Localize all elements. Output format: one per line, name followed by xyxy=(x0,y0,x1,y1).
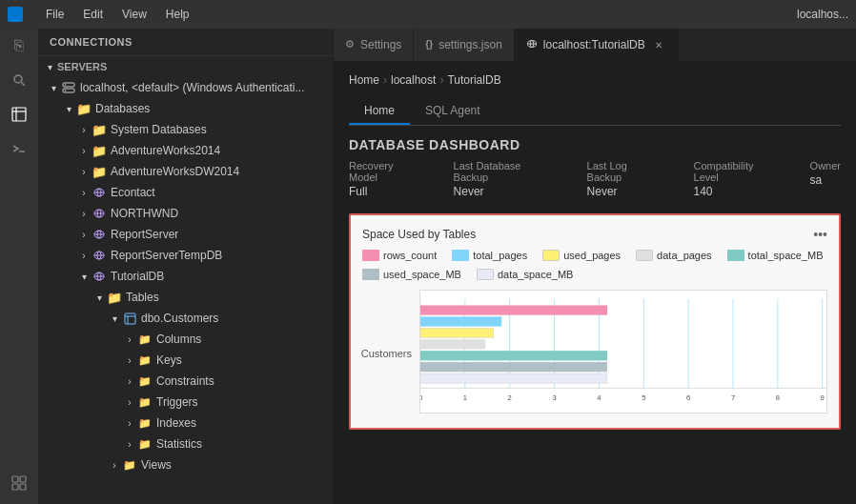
customers-label: dbo.Customers xyxy=(141,312,218,325)
columns-folder-icon: 📁 xyxy=(137,332,153,347)
page-tab-sqlagent[interactable]: SQL Agent xyxy=(410,98,496,125)
db7-label: TutorialDB xyxy=(111,270,164,283)
table-customers[interactable]: ▾ dbo.Customers xyxy=(38,308,333,329)
tab-settings-json[interactable]: {} settings.json xyxy=(414,29,515,61)
views-item[interactable]: › 📁 Views xyxy=(38,454,333,475)
db-backup-label: Last Database Backup xyxy=(454,160,557,183)
system-db-icon: 📁 xyxy=(92,122,107,137)
svg-text:8: 8 xyxy=(776,393,780,402)
db3-label: Econtact xyxy=(111,186,155,199)
servers-label: SERVERS xyxy=(57,61,107,72)
system-databases-item[interactable]: › 📁 System Databases xyxy=(38,119,333,140)
db4-label: NORTHWND xyxy=(111,207,178,220)
awdw2014-chevron: › xyxy=(76,164,92,179)
rs-chevron: › xyxy=(76,227,92,242)
chart-svg: 0 1 2 3 4 5 6 7 8 9 xyxy=(419,290,827,413)
indexes-item[interactable]: › 📁 Indexes xyxy=(38,413,333,433)
breadcrumb-tutorialdb[interactable]: TutorialDB xyxy=(447,73,500,87)
compat-label: Compatibility Level xyxy=(694,160,780,183)
chart-container: Space Used by Tables ••• rows_count tota… xyxy=(349,213,841,430)
legend-rows-count: rows_count xyxy=(362,250,437,261)
svg-rect-46 xyxy=(420,316,501,326)
tab-bar: ⚙ Settings {} settings.json localhost:Tu… xyxy=(334,29,856,62)
db-reportservertempdb[interactable]: › ReportServerTempDB xyxy=(38,245,333,266)
sidebar-header: CONNECTIONS xyxy=(38,29,333,56)
legend-total-pages: total_pages xyxy=(452,250,527,261)
db-backup-value: Never xyxy=(454,185,557,198)
chart-plot: 0 1 2 3 4 5 6 7 8 9 xyxy=(419,290,827,416)
connections-icon[interactable] xyxy=(6,101,32,128)
db-northwnd[interactable]: › NORTHWND xyxy=(38,203,333,224)
db-icon: 📁 xyxy=(92,143,107,158)
menubar: File Edit View Help localhos... xyxy=(0,0,856,29)
db2-label: AdventureWorksDW2014 xyxy=(111,165,239,178)
dbdw-icon: 📁 xyxy=(92,164,107,179)
menu-view[interactable]: View xyxy=(114,6,154,23)
triggers-item[interactable]: › 📁 Triggers xyxy=(38,392,333,413)
json-tab-icon: {} xyxy=(425,39,433,50)
chart-legend: rows_count total_pages used_pages data_p… xyxy=(362,250,827,280)
tab-settings[interactable]: ⚙ Settings xyxy=(334,29,414,61)
info-compat: Compatibility Level 140 xyxy=(694,160,780,198)
columns-item[interactable]: › 📁 Columns xyxy=(38,329,333,350)
tutorialdb-tab-label: localhost:TutorialDB xyxy=(543,38,645,51)
server-chevron: ▾ xyxy=(46,80,61,95)
triggers-label: Triggers xyxy=(156,395,198,409)
legend-label-data-space: data_space_MB xyxy=(498,269,574,280)
statistics-label: Statistics xyxy=(156,437,202,451)
servers-section[interactable]: ▾ SERVERS xyxy=(38,56,333,77)
breadcrumb-home[interactable]: Home xyxy=(349,73,379,87)
views-folder-icon: 📁 xyxy=(122,457,137,473)
svg-text:6: 6 xyxy=(686,393,690,402)
svg-text:1: 1 xyxy=(463,393,467,402)
tab-tutorialdb[interactable]: localhost:TutorialDB ✕ xyxy=(515,29,679,61)
compat-value: 140 xyxy=(694,185,780,198)
svg-text:7: 7 xyxy=(731,393,735,402)
customers-table-icon xyxy=(122,311,137,326)
keys-item[interactable]: › 📁 Keys xyxy=(38,350,333,371)
y-axis-label: Customers xyxy=(361,348,412,359)
menu-edit[interactable]: Edit xyxy=(75,6,111,23)
db-econtact[interactable]: › Econtact xyxy=(38,182,333,203)
svg-text:0: 0 xyxy=(419,393,422,402)
constraints-item[interactable]: › 📁 Constraints xyxy=(38,371,333,392)
svg-point-12 xyxy=(65,84,67,86)
svg-rect-9 xyxy=(20,484,26,490)
columns-label: Columns xyxy=(156,333,201,346)
legend-label-used-space: used_space_MB xyxy=(383,269,461,280)
legend-used-space: used_space_MB xyxy=(362,269,461,280)
db-tutorialdb[interactable]: ▾ TutorialDB xyxy=(38,266,333,287)
sd-chevron: › xyxy=(76,122,92,137)
svg-rect-48 xyxy=(420,339,485,349)
search-icon[interactable] xyxy=(6,67,32,93)
menu-help[interactable]: Help xyxy=(158,6,197,23)
page-tab-home[interactable]: Home xyxy=(349,98,410,125)
window-title: localhos... xyxy=(797,8,848,21)
svg-rect-7 xyxy=(20,476,26,482)
terminal-icon[interactable] xyxy=(6,135,32,162)
chart-more-button[interactable]: ••• xyxy=(813,227,827,242)
databases-chevron: ▾ xyxy=(61,101,76,116)
explorer-icon[interactable]: ⎘ xyxy=(6,32,32,59)
svg-rect-49 xyxy=(420,351,607,360)
databases-item[interactable]: ▾ 📁 Databases xyxy=(38,98,333,119)
db-reportserver[interactable]: › ReportServer xyxy=(38,224,333,245)
statistics-item[interactable]: › 📁 Statistics xyxy=(38,433,333,454)
menu-file[interactable]: File xyxy=(38,6,71,23)
svg-rect-6 xyxy=(12,476,18,482)
constraints-chevron: › xyxy=(122,373,137,389)
server-icon xyxy=(61,80,76,95)
breadcrumb-localhost[interactable]: localhost xyxy=(391,73,436,87)
info-log-backup: Last Log Backup Never xyxy=(587,160,663,198)
legend-used-pages: used_pages xyxy=(542,250,621,261)
breadcrumb: Home › localhost › TutorialDB xyxy=(349,73,841,87)
db-adventureworksdw2014[interactable]: › 📁 AdventureWorksDW2014 xyxy=(38,161,333,182)
db-tab-icon xyxy=(526,38,538,51)
extensions-icon[interactable] xyxy=(6,470,32,496)
databases-label: Databases xyxy=(95,102,150,115)
close-tab-button[interactable]: ✕ xyxy=(651,37,666,52)
server-item[interactable]: ▾ localhost, <default> (Windows Authenti… xyxy=(38,77,333,98)
db6-label: ReportServerTempDB xyxy=(111,249,222,262)
tables-item[interactable]: ▾ 📁 Tables xyxy=(38,287,333,308)
db-adventureworks2014[interactable]: › 📁 AdventureWorks2014 xyxy=(38,140,333,161)
